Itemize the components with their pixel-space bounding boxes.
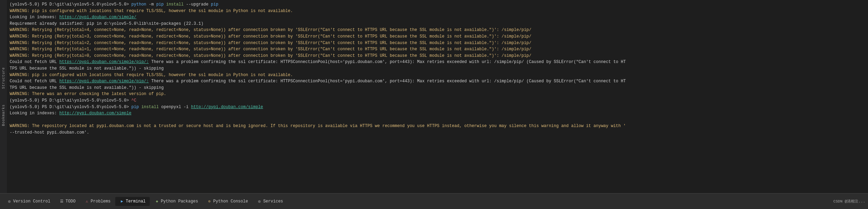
tab-label: Version Control (13, 199, 50, 204)
tab-problems[interactable]: ⚠Problems (80, 197, 115, 206)
tab-terminal[interactable]: ▶Terminal (115, 197, 150, 206)
tab-python-packages[interactable]: ◈Python Packages (150, 197, 202, 206)
terminal-line: (yolov5-5.0) PS D:\git\ai\yolov5-5.0\yol… (10, 97, 865, 104)
tab-python-console[interactable]: ⊙Python Console (203, 197, 252, 206)
side-labels: Structure Bookmarks (0, 0, 7, 193)
terminal-line (10, 117, 865, 123)
structure-label[interactable]: Structure (1, 66, 6, 90)
terminal-line: WARNING: There was an error checking the… (10, 91, 865, 97)
tab-icon: ☰ (59, 199, 64, 204)
terminal-line: WARNING: pip is configured with location… (10, 72, 865, 79)
terminal-line: WARNING: Retrying (Retry(total=0, connec… (10, 53, 865, 59)
terminal-line: WARNING: pip is configured with location… (10, 8, 865, 14)
tab-todo[interactable]: ☰TODO (55, 197, 80, 206)
terminal-line: WARNING: Retrying (Retry(total=3, connec… (10, 33, 865, 40)
tab-version-control[interactable]: ◎Version Control (3, 197, 55, 206)
bookmarks-label[interactable]: Bookmarks (1, 104, 6, 127)
terminal-area[interactable]: (yolov5-5.0) PS D:\git\ai\yolov5-5.0\yol… (7, 0, 868, 193)
terminal-line: (yolov5-5.0) PS D:\git\ai\yolov5-5.0\yol… (10, 1, 865, 8)
terminal-line: WARNING: Retrying (Retry(total=1, connec… (10, 46, 865, 53)
tab-label: TODO (66, 199, 76, 204)
app-window: Structure Bookmarks (yolov5-5.0) PS D:\g… (0, 0, 868, 209)
terminal-line: WARNING: Retrying (Retry(total=2, connec… (10, 40, 865, 46)
tab-label: Terminal (126, 199, 146, 204)
bottom-right-status: CSDN @清相注... (834, 199, 865, 204)
tab-icon: ⊙ (207, 199, 212, 204)
terminal-line: Looking in indexes: https://pypi.douban.… (10, 14, 865, 21)
tab-icon: ▶ (119, 199, 124, 204)
tab-icon: ◎ (257, 199, 262, 204)
tab-label: Python Packages (161, 199, 198, 204)
terminal-line: Could not fetch URL https://pypi.douban.… (10, 78, 865, 91)
tab-icon: ◎ (7, 199, 12, 204)
terminal-line: WARNING: The repository located at pypi.… (10, 123, 865, 129)
tab-label: Problems (91, 199, 111, 204)
bottom-bar: ◎Version Control☰TODO⚠Problems▶Terminal◈… (0, 193, 868, 209)
terminal-line: Looking in indexes: http://pypi.douban.c… (10, 110, 865, 117)
main-area: Structure Bookmarks (yolov5-5.0) PS D:\g… (0, 0, 868, 193)
terminal-line: --trusted-host pypi.douban.com'. (10, 129, 865, 136)
tab-label: Services (263, 199, 283, 204)
tab-label: Python Console (213, 199, 248, 204)
terminal-line: WARNING: Retrying (Retry(total=4, connec… (10, 27, 865, 33)
tab-services[interactable]: ◎Services (253, 197, 287, 206)
terminal-line: Requirement already satisfied: pip in d:… (10, 21, 865, 27)
tab-icon: ◈ (155, 199, 159, 204)
terminal-line: (yolov5-5.0) PS D:\git\ai\yolov5-5.0\yol… (10, 104, 865, 111)
terminal-line: Could not fetch URL https://pypi.douban.… (10, 59, 865, 72)
tab-icon: ⚠ (85, 199, 89, 204)
